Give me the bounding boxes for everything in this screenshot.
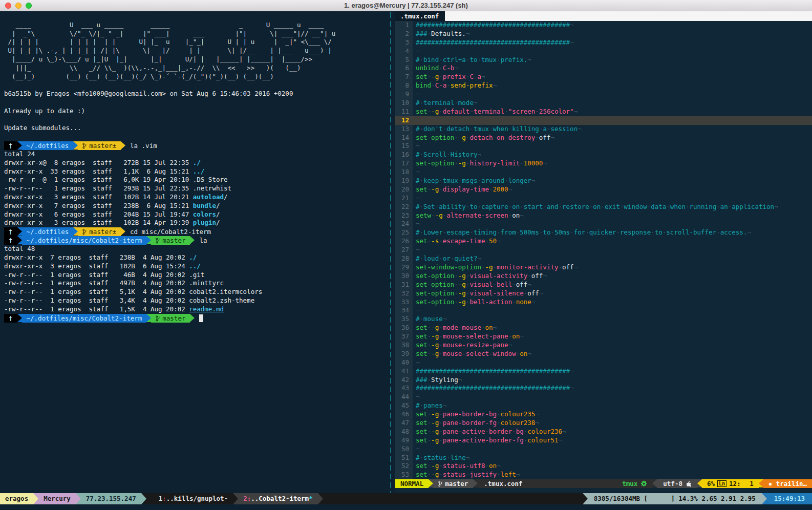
vim-line: 3#######################################… (395, 38, 812, 47)
vim-line: 23setw·-g·alternate-screen·on¬ (395, 211, 812, 220)
statusline-encoding: utf-8 (657, 479, 697, 488)
tmux-clock: 15:49:13 (767, 493, 812, 504)
powerline-arrow-icon (190, 314, 195, 322)
vim-statusline: NORMAL master .tmux.conf tmux utf-8 6% L… (395, 479, 812, 488)
vim-line: 20set·-g·display-time·2000¬ (395, 185, 812, 194)
prompt-path: ~/.dotfiles (22, 227, 74, 236)
terminal-line: drwxr-xr-x 3 eragos staff 102B 14 Jul 20… (4, 193, 388, 202)
terminal-line: -rw-r--r-- 1 eragos staff 293B 15 Jul 22… (4, 184, 388, 193)
statusline-filename: .tmux.conf (478, 479, 528, 488)
terminal[interactable]: ____ U ___ u _____ _____ _ U _____ u ___… (0, 11, 812, 510)
shell-prompt-1: † ~/.dotfiles master± la .vim (4, 141, 388, 150)
listing-total: total 48 (4, 245, 388, 253)
tmux-window-1[interactable]: 1:..kills/gnuplot- (154, 493, 233, 504)
vim-line: 9¬ (395, 90, 812, 99)
vim-buffer[interactable]: 1#######################################… (395, 21, 812, 479)
powerline-arrow-icon (17, 236, 22, 244)
vim-line: 52set·-g·status-utf8·on¬ (395, 462, 812, 471)
vim-tab-tmux-conf[interactable]: .tmux.conf (395, 11, 445, 21)
powerline-arrow-icon (473, 479, 478, 487)
powerline-arrow-icon (318, 493, 323, 504)
vim-line: 37set·-g·mouse-select-pane·on¬ (395, 332, 812, 341)
tmux-system-stats: 8385/16384MB [ ] 14.3% 2.65 2.91 2.95 (588, 493, 762, 504)
vim-line: 40¬ (395, 358, 812, 367)
terminal-line: drwxr-xr-x 3 eragos staff 102B 6 Aug 15:… (4, 262, 388, 271)
vim-line: 13#·don't·detach·tmux·when·killing·a·ses… (395, 125, 812, 134)
vim-line: 18¬ (395, 168, 812, 177)
terminal-line: -rw-r--r-- 1 eragos staff 497B 4 Aug 20:… (4, 279, 388, 288)
vim-line: 8bind·C-a·send-prefix¬ (395, 81, 812, 90)
gear-icon (640, 480, 647, 487)
powerline-arrow-icon (233, 493, 238, 504)
zoom-button[interactable] (26, 3, 32, 9)
powerline-arrow-icon (17, 227, 22, 236)
git-branch-icon (82, 229, 87, 235)
prompt-path: ~/.dotfiles (22, 141, 74, 150)
vim-line: 19#·keep·tmux·msgs·around·longer¬ (395, 177, 812, 185)
apple-icon (686, 480, 691, 487)
tmux-ip-address: 77.23.155.247 (81, 493, 141, 504)
vim-line: 12¬ (395, 116, 812, 125)
prompt-marker: † (4, 227, 17, 236)
terminal-line: -rw-r--r--@ 1 eragos staff 6,0K 19 Apr 2… (4, 176, 388, 184)
vim-line: 32set-option·-g·visual-silence·off¬ (395, 289, 812, 298)
vim-line: 46set·-g·pane-border-bg·colour235¬ (395, 410, 812, 419)
powerline-arrow-icon (583, 493, 588, 504)
powerline-arrow-icon (762, 493, 767, 504)
vim-line: 50¬ (395, 445, 812, 454)
vim-line: 33set-option·-g·bell-action·none¬ (395, 298, 812, 307)
prompt-branch: master (151, 314, 190, 323)
git-branch-icon (438, 481, 443, 487)
vim-line: 11set·-g·default-terminal·"screen-256col… (395, 108, 812, 116)
powerline-arrow-icon (652, 479, 657, 487)
statusline-whitespace-warning: ✹ trailin… (763, 479, 812, 488)
powerline-arrow-icon (73, 227, 78, 236)
prompt-marker: † (4, 236, 17, 245)
vim-pane[interactable]: .tmux.conf 1############################… (395, 11, 812, 493)
close-button[interactable] (5, 3, 11, 9)
git-status-line: Already up to date :) (4, 107, 388, 116)
pane-divider[interactable] (390, 12, 391, 493)
vim-line: 15¬ (395, 142, 812, 151)
traffic-lights (5, 3, 32, 9)
vim-line: 29set-window-option·-g·monitor-activity·… (395, 263, 812, 272)
vim-line: 42###·Styling¬ (395, 376, 812, 385)
statusline-position: 6% Ln 12: 1 (702, 479, 759, 488)
vim-line: 48set·-g·pane-active-border-bg·colour236… (395, 428, 812, 436)
powerline-arrow-icon (146, 314, 151, 322)
powerline-arrow-icon (33, 493, 38, 504)
vim-line: 43######################################… (395, 384, 812, 393)
vim-line: 31set-option·-g·visual-bell·off¬ (395, 281, 812, 289)
shell-pane[interactable]: ____ U ___ u _____ _____ _ U _____ u ___… (0, 11, 388, 493)
tmux-status-bar: eragos Mercury 77.23.155.247 1:..kills/g… (0, 493, 812, 504)
powerline-arrow-icon (121, 227, 125, 236)
terminal-line: drwxr-xr-x 3 eragos staff 102B 14 Apr 19… (4, 219, 388, 227)
vim-line: 1#######################################… (395, 21, 812, 30)
vim-line: 21¬ (395, 194, 812, 203)
terminal-line: -rw-r--r-- 1 eragos staff 5,1K 4 Aug 20:… (4, 288, 388, 296)
tmux-window-2-active[interactable]: 2:..Cobalt2-iterm* (238, 493, 317, 504)
statusline-fill: tmux (529, 479, 653, 488)
powerline-arrow-icon (759, 479, 763, 487)
vim-line: 2###·Defaults.¬ (395, 30, 812, 38)
powerline-arrow-icon (76, 493, 81, 504)
powerline-arrow-icon (17, 141, 22, 150)
window-titlebar: 1. eragos@Mercury | 77.23.155.247 (sh) (0, 0, 812, 11)
vim-line: 22#·Set·ability·to·capture·on·start·and·… (395, 203, 812, 211)
terminal-line: drwxr-xr-x 6 eragos staff 204B 15 Jul 19… (4, 210, 388, 219)
statusline-plugin: tmux (622, 479, 637, 488)
vim-line: 14set-option·-g·detach-on-destroy·off¬ (395, 134, 812, 142)
terminal-line: -rw-r--r-- 1 eragos staff 3,4K 4 Aug 20:… (4, 296, 388, 305)
vim-line: 27¬ (395, 246, 812, 254)
vim-line: 26set·-s·escape-time·50¬ (395, 237, 812, 246)
window-title: 1. eragos@Mercury | 77.23.155.247 (sh) (344, 2, 468, 9)
shell-prompt-current[interactable]: † ~/.dotfiles/misc/Cobalt2-iterm master (4, 314, 388, 323)
powerline-arrow-icon (73, 141, 78, 150)
command-text: la .vim (125, 141, 157, 150)
vim-line: 45#·panes¬ (395, 401, 812, 410)
line-number-icon: Ln (717, 480, 726, 487)
prompt-branch: master (151, 236, 190, 245)
git-commit-line: b6a515b by Eragos <mfo1009@googlemail.co… (4, 90, 388, 98)
prompt-path: ~/.dotfiles/misc/Cobalt2-iterm (22, 236, 147, 245)
minimize-button[interactable] (15, 3, 22, 9)
